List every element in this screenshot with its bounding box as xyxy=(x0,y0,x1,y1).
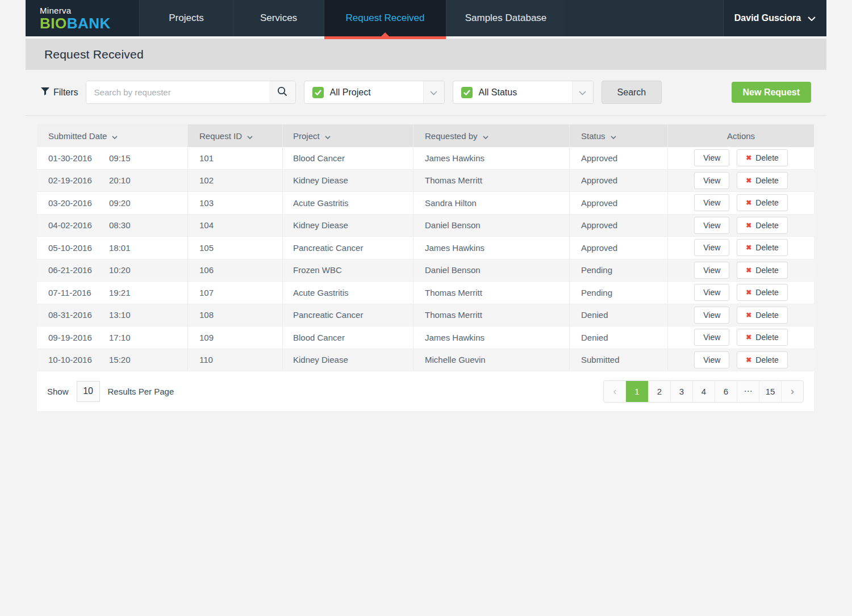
cell-status: Pending xyxy=(569,282,667,304)
cell-requested-by: Thomas Merritt xyxy=(413,170,569,192)
pagination-page-1[interactable]: 1 xyxy=(626,381,648,402)
pagination: ‹ 12346⋯15 › xyxy=(603,380,804,403)
filter-funnel-icon xyxy=(41,87,49,98)
pagination-page-4[interactable]: 4 xyxy=(692,381,715,402)
table-row: 04-02-2016 08:30 104 Kidney Diease Danie… xyxy=(37,215,814,237)
cell-submitted-time: 13:10 xyxy=(109,310,131,320)
project-filter-label: All Project xyxy=(330,87,371,98)
delete-button[interactable]: ✖Delete xyxy=(737,329,788,346)
delete-button[interactable]: ✖Delete xyxy=(737,194,788,211)
pagination-page-15[interactable]: 15 xyxy=(759,381,781,402)
search-icon xyxy=(277,86,287,99)
view-button[interactable]: View xyxy=(694,194,729,211)
view-button[interactable]: View xyxy=(694,239,729,256)
cell-submitted-date: 08-31-2016 xyxy=(48,310,109,320)
column-header-project[interactable]: Project xyxy=(282,124,413,147)
sort-chevron-icon xyxy=(325,131,331,141)
project-filter-checkbox[interactable] xyxy=(312,87,324,98)
page-size-selector[interactable]: 10 xyxy=(77,381,100,402)
tab-request-received[interactable]: Request Received xyxy=(324,0,446,36)
user-menu[interactable]: David Gusciora xyxy=(723,0,826,36)
tab-projects[interactable]: Projects xyxy=(139,0,233,36)
pagination-page-2[interactable]: 2 xyxy=(648,381,670,402)
new-request-button[interactable]: New Request xyxy=(732,82,811,103)
status-filter-label: All Status xyxy=(479,87,517,98)
column-header-submitted-date[interactable]: Submitted Date xyxy=(37,124,187,147)
cell-submitted-date: 09-19-2016 xyxy=(48,333,109,342)
view-button[interactable]: View xyxy=(694,149,729,166)
view-button[interactable]: View xyxy=(694,172,729,189)
cell-request-id: 110 xyxy=(187,349,282,371)
tab-services[interactable]: Services xyxy=(233,0,324,36)
cell-submitted-time: 18:01 xyxy=(109,243,131,253)
cell-requested-by: James Hawkins xyxy=(413,147,569,169)
table-row: 06-21-2016 10:20 106 Frozen WBC Daniel B… xyxy=(37,259,814,282)
chevron-down-icon xyxy=(430,87,437,98)
delete-button[interactable]: ✖Delete xyxy=(737,351,788,368)
cell-status: Pending xyxy=(569,259,667,282)
cell-project: Kidney Diease xyxy=(282,170,413,192)
table-row: 09-19-2016 17:10 109 Blood Cancer James … xyxy=(37,326,814,349)
delete-button[interactable]: ✖Delete xyxy=(737,262,788,279)
pagination-next-button[interactable]: › xyxy=(781,381,803,402)
cell-project: Acute Gastritis xyxy=(282,282,413,304)
cell-project: Pancreatic Cancer xyxy=(282,304,413,326)
delete-x-icon: ✖ xyxy=(746,266,751,274)
view-button[interactable]: View xyxy=(694,307,729,324)
sort-chevron-icon xyxy=(247,131,253,141)
brand-logo[interactable]: Minerva BIOBANK xyxy=(26,0,139,36)
cell-submitted-date: 06-21-2016 xyxy=(48,265,109,275)
search-button[interactable]: Search xyxy=(602,81,662,104)
status-filter-dropdown[interactable]: All Status xyxy=(453,81,594,104)
filters-label: Filters xyxy=(41,87,78,98)
column-header-requested-by[interactable]: Requested by xyxy=(413,124,569,147)
delete-button[interactable]: ✖Delete xyxy=(737,307,788,324)
table-row: 01-30-2016 09:15 101 Blood Cancer James … xyxy=(37,147,814,170)
cell-submitted-time: 19:21 xyxy=(109,288,131,297)
delete-button[interactable]: ✖Delete xyxy=(737,239,788,256)
view-button[interactable]: View xyxy=(694,217,729,234)
pagination-page-3[interactable]: 3 xyxy=(670,381,692,402)
delete-button[interactable]: ✖Delete xyxy=(737,284,788,301)
view-button[interactable]: View xyxy=(694,262,729,279)
column-header-status[interactable]: Status xyxy=(569,124,667,147)
cell-request-id: 107 xyxy=(187,282,282,304)
pagination-page-6[interactable]: 6 xyxy=(715,381,737,402)
cell-submitted-date: 05-10-2016 xyxy=(48,243,109,253)
status-filter-caret[interactable] xyxy=(572,81,593,103)
project-filter-dropdown[interactable]: All Project xyxy=(304,81,445,104)
delete-x-icon: ✖ xyxy=(746,333,751,341)
cell-submitted-time: 20:10 xyxy=(109,175,131,185)
project-filter-caret[interactable] xyxy=(423,81,444,103)
filter-bar: Filters All Project xyxy=(26,70,826,116)
delete-x-icon: ✖ xyxy=(746,199,751,207)
show-label: Show xyxy=(47,387,69,396)
delete-button[interactable]: ✖Delete xyxy=(737,149,788,166)
view-button[interactable]: View xyxy=(694,284,729,301)
delete-button[interactable]: ✖Delete xyxy=(737,172,788,189)
delete-x-icon: ✖ xyxy=(746,244,751,252)
cell-project: Pancreatic Cancer xyxy=(282,237,413,259)
delete-x-icon: ✖ xyxy=(746,154,751,162)
cell-submitted-time: 09:20 xyxy=(109,198,131,208)
view-button[interactable]: View xyxy=(694,351,729,368)
delete-x-icon: ✖ xyxy=(746,311,751,319)
pagination-page-⋯[interactable]: ⋯ xyxy=(737,381,759,402)
pagination-prev-button[interactable]: ‹ xyxy=(604,381,626,402)
cell-submitted-date: 03-20-2016 xyxy=(48,198,109,208)
search-group xyxy=(86,81,296,104)
search-icon-button[interactable] xyxy=(269,81,295,103)
cell-request-id: 105 xyxy=(187,237,282,259)
brand-line1: Minerva xyxy=(40,6,139,15)
column-header-request-id[interactable]: Request ID xyxy=(187,124,282,147)
search-input[interactable] xyxy=(86,81,269,103)
view-button[interactable]: View xyxy=(694,329,729,346)
delete-button[interactable]: ✖Delete xyxy=(737,217,788,234)
sort-chevron-icon xyxy=(483,131,488,141)
cell-requested-by: Michelle Guevin xyxy=(413,349,569,371)
cell-request-id: 109 xyxy=(187,326,282,349)
delete-x-icon: ✖ xyxy=(746,288,751,296)
status-filter-checkbox[interactable] xyxy=(461,87,473,98)
cell-status: Approved xyxy=(569,147,667,169)
tab-samples-database[interactable]: Samples Database xyxy=(446,0,565,36)
